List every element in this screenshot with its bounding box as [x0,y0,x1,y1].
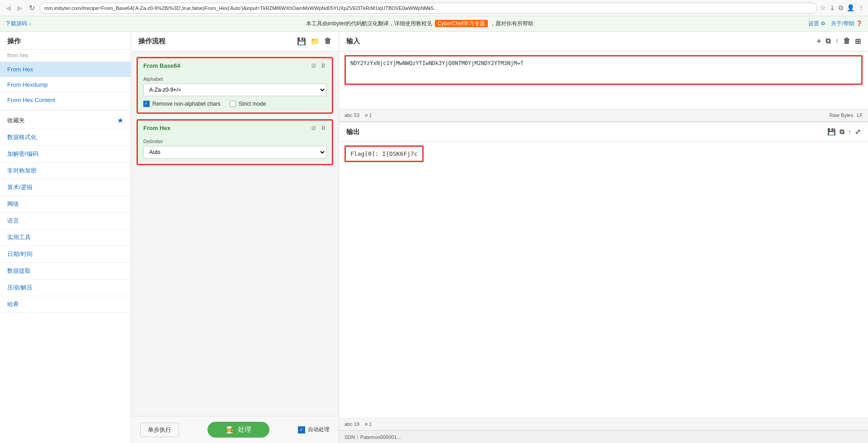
output-section: 输出 💾 ⧉ ↑ ⤢ Flag[0]: I{DSK6Fj7c abc 19 ≡ … [339,122,868,430]
op-from-base64-icons: ⊘ ⏸ [311,62,326,69]
input-stats-right: Raw Bytes LF [830,112,863,118]
sidebar-item-utils[interactable]: 实用工具 [0,229,131,246]
download-icon[interactable]: ⤓ [830,4,835,12]
input-grid-icon[interactable]: ⊞ [855,37,861,46]
alphabet-select[interactable]: A-Za-z0-9+/= Standard URL safe [143,84,326,96]
op-from-base64-title: From Base64 [143,62,180,69]
right-panel: 输入 + ⧉ ↑ 🗑 ⊞ NDY2YzYxNjc1YjMwNWQzYTIwNDk… [339,32,868,443]
settings-label: 设置 [808,20,819,27]
chef-icon: 👨‍🍳 [226,426,234,434]
sidebar-item-data-format[interactable]: 数据格式化 [0,129,131,146]
cyberchef-link[interactable]: CyberChef学习专题 [435,20,488,27]
remove-nonalpha-checkbox[interactable]: Remove non-alphabet chars [143,101,221,107]
url-bar[interactable] [39,3,817,14]
auto-process-checked-icon: ✓ [298,426,305,434]
browser-bar: ◀ ▶ ↻ ☆ ⤓ ⧉ 👤 ⋮ [0,0,868,16]
op-pause-icon[interactable]: ⏸ [320,62,326,69]
sidebar-header: 操作 [0,32,131,50]
op-from-hex-title: From Hex [143,125,170,131]
op-disable-icon[interactable]: ⊘ [311,62,316,69]
op-card-from-base64: From Base64 ⊘ ⏸ Alphabet A-Za-z0-9+/= St… [137,57,333,114]
output-upload-icon[interactable]: ↑ [848,128,852,136]
op-card-from-base64-header: From Base64 ⊘ ⏸ [138,58,332,73]
input-outline-box: NDY2YzYxNjc1YjMwNWQzYTIwNDk3YjQ0NTM0YjM2… [344,55,863,85]
sidebar-item-encoding[interactable]: 加解密/编码 [0,146,131,163]
sidebar-search-query: from hex [0,50,131,62]
output-title: 输出 [346,128,360,136]
sidebar-item-asymmetric[interactable]: 非对称加密 [0,163,131,179]
process-label: 处理 [238,425,251,434]
info-center-text2: ，愿对你有所帮助 [490,20,533,27]
sidebar-favorites[interactable]: 收藏夹 ★ [0,112,131,129]
sidebar-item-from-hexdump[interactable]: From Hexdump [0,77,131,93]
download-source-label: 下载源码 ↓ [5,20,31,28]
clear-recipe-icon[interactable]: 🗑 [324,37,331,46]
sidebar-item-from-hex-content[interactable]: From Hex Content [0,93,131,108]
recipe-area: From Base64 ⊘ ⏸ Alphabet A-Za-z0-9+/= St… [131,51,339,416]
sidebar-item-extract[interactable]: 数据提取 [0,263,131,280]
window-icon[interactable]: ⧉ [839,4,843,12]
raw-bytes-label[interactable]: Raw Bytes [830,112,854,118]
forward-button[interactable]: ▶ [15,3,24,13]
settings-link[interactable]: 设置 ⚙ [808,20,826,28]
open-recipe-icon[interactable]: 📁 [311,37,320,46]
input-upload-icon[interactable]: ↑ [835,37,839,46]
sidebar-item-datetime[interactable]: 日期/时间 [0,246,131,263]
output-chars-stat: abc 19 [344,421,359,427]
output-copy-icon[interactable]: ⧉ [840,128,844,136]
lf-label[interactable]: LF [857,112,863,118]
op-card-from-hex-header: From Hex ⊘ ⏸ [138,121,332,135]
op-hex-pause-icon[interactable]: ⏸ [320,124,326,131]
save-recipe-icon[interactable]: 💾 [297,37,306,46]
main-layout: 操作 from hex From Hex From Hexdump From H… [0,32,868,443]
profile-icon[interactable]: 👤 [847,4,854,12]
download-source[interactable]: 下载源码 ↓ [5,20,31,28]
output-border: Flag[0]: I{DSK6Fj7c [344,145,424,162]
bookmark-icon[interactable]: ☆ [820,4,826,12]
input-window-icon[interactable]: ⧉ [826,37,830,46]
help-label: 关于/帮助 [831,20,854,27]
strict-mode-checkbox[interactable]: Strict mode [230,101,266,107]
sidebar-item-hash[interactable]: 哈希 [0,296,131,313]
center-panel: 操作流程 💾 📁 🗑 From Base64 ⊘ ⏸ Alphabet [131,32,339,443]
input-stats: abc 53 ≡ 1 Raw Bytes LF [339,109,868,121]
op-from-base64-body: Alphabet A-Za-z0-9+/= Standard URL safe … [138,73,332,112]
step-button[interactable]: 单步执行 [140,423,179,437]
process-button[interactable]: 👨‍🍳 处理 [208,422,269,438]
input-chars-stat: abc 53 [344,112,359,118]
recipe-title: 操作流程 [138,37,165,46]
sidebar-item-network[interactable]: 网络 [0,196,131,213]
strict-mode-unchecked-icon [230,101,236,107]
output-save-icon[interactable]: 💾 [827,128,836,136]
op-hex-disable-icon[interactable]: ⊘ [311,124,316,131]
sidebar-item-compress[interactable]: 压缩/解压 [0,280,131,296]
input-header-icons: + ⧉ ↑ 🗑 ⊞ [817,37,861,46]
info-bar-right: 设置 ⚙ 关于/帮助 ❓ [808,20,863,28]
input-header: 输入 + ⧉ ↑ 🗑 ⊞ [339,32,868,51]
help-link[interactable]: 关于/帮助 ❓ [831,20,863,28]
output-stats: abc 19 ≡ 1 [339,418,868,430]
output-content-area: Flag[0]: I{DSK6Fj7c [339,142,868,418]
recipe-header-icons: 💾 📁 🗑 [297,37,331,46]
sidebar-item-language[interactable]: 语言 [0,213,131,229]
input-add-icon[interactable]: + [817,37,821,46]
output-expand-icon[interactable]: ⤢ [855,128,861,136]
auto-process-label: 自动处理 [308,426,330,434]
sidebar-item-from-hex[interactable]: From Hex [0,62,131,77]
refresh-button[interactable]: ↻ [27,3,37,13]
input-value[interactable]: NDY2YzYxNjc1YjMwNWQzYTIwNDk3YjQ0NTM0YjM2… [346,56,861,84]
delimiter-select[interactable]: Auto Space Comma None [143,146,326,159]
input-content-area: NDY2YzYxNjc1YjMwNWQzYTIwNDk3YjQ0NTM0YjM2… [339,51,868,109]
recipe-header: 操作流程 💾 📁 🗑 [131,32,339,51]
info-center-text1: 本工具由imbyter的代码酷汉化翻译，详细使用教程见 [306,20,432,27]
sidebar-item-arithmetic[interactable]: 算术/逻辑 [0,179,131,196]
auto-process-toggle[interactable]: ✓ 自动处理 [298,426,330,434]
back-button[interactable]: ◀ [4,3,13,13]
output-header-icons: 💾 ⧉ ↑ ⤢ [827,128,861,136]
delimiter-label: Delimiter [143,139,326,144]
input-trash-icon[interactable]: 🗑 [843,37,850,46]
output-header: 输出 💾 ⧉ ↑ ⤢ [339,122,868,142]
menu-icon[interactable]: ⋮ [858,4,864,12]
info-bar-center: 本工具由imbyter的代码酷汉化翻译，详细使用教程见 CyberChef学习专… [31,20,808,28]
input-lines-stat: ≡ 1 [365,112,372,118]
